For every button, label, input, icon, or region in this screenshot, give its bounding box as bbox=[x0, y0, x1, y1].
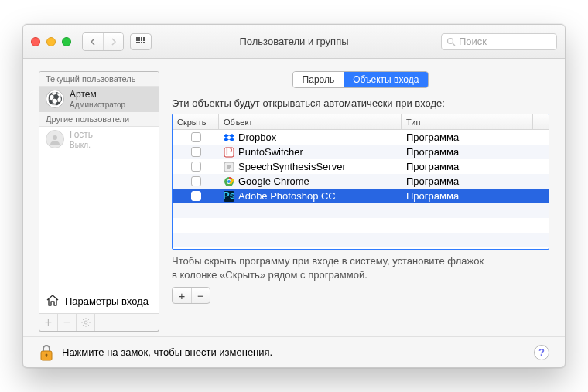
zoom-window-button[interactable] bbox=[62, 37, 71, 46]
hint-text: Чтобы скрыть программу при входе в систе… bbox=[172, 254, 549, 282]
item-type: Программа bbox=[406, 190, 459, 202]
lock-icon[interactable] bbox=[39, 343, 54, 362]
login-options-button[interactable]: Параметры входа bbox=[39, 288, 159, 314]
svg-point-2 bbox=[53, 135, 57, 140]
col-hide[interactable]: Скрыть bbox=[173, 114, 219, 129]
svg-point-3 bbox=[84, 321, 87, 324]
tab-bar: Пароль Объекты входа bbox=[172, 71, 549, 88]
search-input[interactable]: Поиск bbox=[441, 33, 557, 50]
user-row-current[interactable]: ⚽ Артем Администратор bbox=[39, 87, 159, 112]
table-row[interactable]: PPuntoSwitcherПрограмма bbox=[173, 145, 549, 159]
add-user-button[interactable]: + bbox=[39, 314, 58, 331]
house-icon bbox=[46, 294, 60, 308]
upper-area: Текущий пользователь ⚽ Артем Администрат… bbox=[23, 59, 565, 336]
hide-checkbox[interactable] bbox=[191, 191, 201, 201]
hide-checkbox[interactable] bbox=[191, 176, 201, 186]
soccer-ball-icon: ⚽ bbox=[47, 93, 63, 105]
show-all-button[interactable] bbox=[130, 33, 152, 50]
login-items-table: Скрыть Объект Тип DropboxПрограммаPPunto… bbox=[172, 114, 549, 250]
forward-button[interactable] bbox=[103, 33, 123, 50]
minimize-window-button[interactable] bbox=[46, 37, 56, 46]
user-list: Текущий пользователь ⚽ Артем Администрат… bbox=[39, 71, 159, 288]
table-row[interactable]: DropboxПрограмма bbox=[173, 130, 549, 145]
lock-label: Нажмите на замок, чтобы внести изменения… bbox=[62, 346, 272, 358]
svg-line-1 bbox=[453, 43, 455, 46]
user-name: Артем bbox=[70, 90, 125, 101]
user-actions-button[interactable] bbox=[77, 314, 95, 331]
item-name: Google Chrome bbox=[238, 176, 309, 187]
svg-line-11 bbox=[82, 325, 83, 326]
avatar: ⚽ bbox=[46, 90, 64, 108]
user-row-guest[interactable]: Гость Выкл. bbox=[39, 127, 159, 152]
table-header: Скрыть Объект Тип bbox=[173, 114, 549, 130]
user-name: Гость bbox=[70, 130, 93, 141]
svg-text:P: P bbox=[226, 147, 233, 157]
item-name: SpeechSynthesisServer bbox=[238, 161, 346, 172]
item-type: Программа bbox=[406, 131, 459, 143]
col-type[interactable]: Тип bbox=[402, 114, 533, 129]
section-header-other: Другие пользователи bbox=[39, 112, 159, 127]
svg-line-8 bbox=[82, 319, 83, 320]
nav-segment bbox=[82, 32, 124, 51]
close-window-button[interactable] bbox=[31, 37, 40, 46]
sidebar-footer: + − bbox=[39, 313, 159, 332]
search-icon bbox=[446, 37, 456, 46]
help-button[interactable]: ? bbox=[534, 345, 549, 360]
person-icon bbox=[49, 133, 61, 145]
main-content: Пароль Объекты входа Эти объекты будут о… bbox=[172, 71, 549, 332]
grid-icon bbox=[136, 37, 145, 46]
svg-line-10 bbox=[87, 319, 88, 320]
table-row-empty bbox=[173, 233, 549, 247]
hide-checkbox[interactable] bbox=[191, 132, 201, 142]
svg-text:Ps: Ps bbox=[224, 191, 234, 201]
window-body: Текущий пользователь ⚽ Артем Администрат… bbox=[23, 59, 565, 367]
intro-label: Эти объекты будут открываться автоматиче… bbox=[172, 97, 549, 109]
back-button[interactable] bbox=[83, 33, 103, 50]
titlebar: Пользователи и группы Поиск bbox=[23, 25, 565, 59]
lock-bar: Нажмите на замок, чтобы внести изменения… bbox=[23, 336, 565, 367]
login-options-label: Параметры входа bbox=[65, 295, 149, 307]
remove-item-button[interactable]: − bbox=[191, 288, 210, 303]
table-row[interactable]: PsAdobe Photoshop CCПрограмма bbox=[173, 189, 549, 203]
user-role: Администратор bbox=[70, 101, 125, 109]
item-name: Adobe Photoshop CC bbox=[238, 190, 336, 202]
table-row-empty bbox=[173, 218, 549, 233]
avatar bbox=[46, 130, 64, 148]
tab-login-items[interactable]: Объекты входа bbox=[344, 72, 428, 87]
table-row[interactable]: Google ChromeПрограмма bbox=[173, 174, 549, 189]
svg-line-9 bbox=[87, 325, 88, 326]
table-body: DropboxПрограммаPPuntoSwitcherПрограммаS… bbox=[173, 130, 549, 247]
item-type: Программа bbox=[406, 146, 459, 158]
table-row[interactable]: SpeechSynthesisServerПрограмма bbox=[173, 159, 549, 174]
svg-rect-22 bbox=[46, 355, 46, 357]
hide-checkbox[interactable] bbox=[191, 162, 201, 172]
col-object[interactable]: Объект bbox=[219, 114, 402, 129]
search-placeholder: Поиск bbox=[459, 36, 487, 47]
item-type: Программа bbox=[406, 176, 459, 187]
hide-checkbox[interactable] bbox=[191, 147, 201, 157]
user-role: Выкл. bbox=[70, 141, 93, 149]
item-type: Программа bbox=[406, 161, 459, 172]
svg-point-0 bbox=[448, 38, 453, 43]
item-name: PuntoSwitcher bbox=[238, 146, 303, 158]
add-remove-segment: + − bbox=[172, 287, 210, 304]
remove-user-button[interactable]: − bbox=[58, 314, 77, 331]
sidebar: Текущий пользователь ⚽ Артем Администрат… bbox=[39, 71, 159, 332]
item-name: Dropbox bbox=[238, 131, 276, 143]
window-controls bbox=[31, 37, 71, 46]
col-spacer bbox=[533, 114, 549, 129]
preferences-window: Пользователи и группы Поиск Текущий поль… bbox=[22, 24, 566, 368]
add-item-button[interactable]: + bbox=[173, 288, 191, 303]
section-header-current: Текущий пользователь bbox=[39, 72, 159, 87]
tab-password[interactable]: Пароль bbox=[293, 72, 344, 87]
table-row-empty bbox=[173, 203, 549, 218]
